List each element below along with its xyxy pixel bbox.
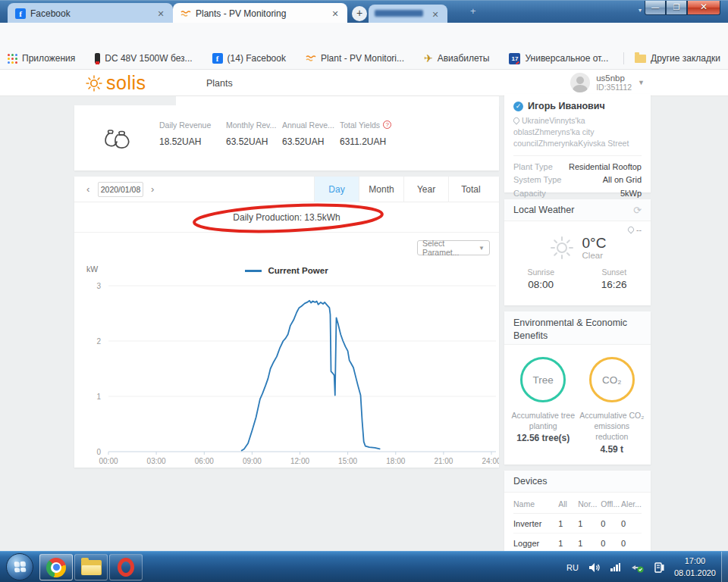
svg-text:2: 2	[96, 337, 101, 346]
stat-label: Daily Revenue	[159, 120, 226, 130]
tab-redacted[interactable]: ✕	[369, 5, 447, 23]
tab-title: Facebook	[30, 8, 150, 19]
window-controls: — ❐ ✕	[645, 1, 720, 15]
bookmark-facebook[interactable]: f (14) Facebook	[212, 53, 286, 64]
help-icon[interactable]: ?	[383, 120, 391, 129]
start-button[interactable]	[6, 553, 33, 580]
brand-name: solis	[106, 72, 146, 94]
volume-icon[interactable]	[588, 562, 601, 573]
col-all: All	[558, 494, 578, 514]
system-type-row: System TypeAll on Grid	[513, 175, 642, 184]
taskbar-chrome-button[interactable]	[39, 554, 73, 580]
owner-name: Игорь Иванович	[528, 101, 605, 111]
bookmark-17track[interactable]: 17 Универсальное от...	[509, 53, 608, 64]
bookmark-label: DC 48V 1500W без...	[105, 53, 192, 64]
airplane-icon: ✈	[424, 52, 433, 64]
stat-value: 18.52UAH	[159, 136, 226, 147]
system-tray: RU	[557, 552, 664, 582]
new-tab-button[interactable]: +	[352, 6, 367, 21]
svg-text:0: 0	[96, 448, 101, 456]
nav-plants[interactable]: Plants	[206, 78, 233, 89]
location-pin-icon	[512, 116, 520, 124]
bookmark-label: Приложения	[22, 53, 75, 64]
stat-monthly-revenue: Monthly Rev... 63.52UAH	[226, 120, 282, 171]
close-tab-icon[interactable]: ✕	[155, 8, 167, 20]
restore-button[interactable]: ❐	[666, 1, 687, 15]
benefits-title: Environmental & Economic Benefits	[504, 311, 651, 345]
weather-current: 0°C Clear	[504, 235, 651, 261]
device-row-logger[interactable]: Logger1100	[513, 534, 642, 552]
tab-plants-active[interactable]: Plants - PV Monitoring ✕	[173, 3, 347, 23]
chevron-down-icon: ▼	[638, 79, 645, 86]
chrome-icon	[46, 558, 66, 577]
bookmark-plant-pv[interactable]: Plant - PV Monitori...	[306, 53, 404, 64]
device-row-inverter[interactable]: Inverter1100	[513, 514, 642, 534]
solis-logo[interactable]: solis	[85, 72, 146, 94]
stat-annual-revenue: Annual Reve... 63.52UAH	[282, 120, 340, 171]
user-menu[interactable]: us5nbp ID:351112 ▼	[570, 73, 645, 92]
devices-title: Devices	[513, 476, 547, 487]
tab-facebook[interactable]: f Facebook ✕	[8, 3, 173, 23]
close-tab-icon[interactable]: ✕	[329, 8, 341, 20]
co2-circle-icon: CO₂	[589, 357, 635, 402]
sunset: Sunset 16:26	[578, 268, 651, 290]
stat-total-yields: Total Yields? 6311.2UAH	[340, 120, 438, 171]
bookmark-label: Авиабилеты	[438, 53, 490, 64]
stat-value: 63.52UAH	[282, 136, 340, 147]
window-titlebar: f Facebook ✕ Plants - PV Monitoring ✕ + …	[0, 0, 728, 23]
sun-icon	[549, 235, 575, 261]
power-supply-icon	[95, 53, 100, 64]
bookmark-dc-power[interactable]: DC 48V 1500W без...	[95, 53, 192, 64]
weather-condition: Clear	[582, 251, 607, 260]
devices-card: Devices Name All Nor... Offl... Aler... …	[504, 471, 651, 551]
scrolled-card-remnant	[176, 96, 499, 105]
close-tab-icon[interactable]: ✕	[429, 8, 441, 20]
svg-text:06:00: 06:00	[195, 457, 214, 465]
benefits-card: Environmental & Economic Benefits Tree A…	[504, 311, 651, 465]
local-weather-card: Local Weather ⟳ -- 0°C Clear Sunrise 08:…	[504, 199, 651, 305]
stat-label: Annual Reve...	[282, 120, 340, 130]
browser-toolbar: ← → ⟳ ⌂ m.ginlong.com /main.html G ★ ABP…	[0, 23, 728, 48]
weather-title: Local Weather	[513, 205, 574, 215]
show-desktop-button[interactable]	[721, 552, 728, 582]
col-alert: Aler...	[621, 494, 642, 514]
bookmark-flights[interactable]: ✈ Авиабилеты	[424, 52, 489, 64]
bookmark-apps[interactable]: Приложения	[8, 53, 75, 64]
taskbar-opera-button[interactable]	[109, 554, 143, 580]
production-chart-card: ‹ 2020/01/08 › Day Month Year Total Dail…	[74, 177, 499, 468]
svg-text:18:00: 18:00	[386, 457, 405, 465]
network-signal-icon[interactable]	[610, 563, 621, 572]
money-bags-icon	[102, 124, 131, 152]
taskbar-explorer-button[interactable]	[74, 554, 108, 580]
temperature: 0°C	[582, 236, 607, 251]
owner-address: UkraineVinnyts'ka oblastZhmeryns'ka city…	[513, 115, 642, 150]
taskbar-clock[interactable]: 17:00 08.01.2020	[674, 555, 716, 580]
folder-icon	[635, 55, 646, 63]
other-bookmarks[interactable]: Другие закладки	[635, 53, 720, 64]
weather-location: --	[504, 221, 651, 234]
svg-text:21:00: 21:00	[434, 457, 453, 465]
minimize-button[interactable]: —	[645, 1, 666, 15]
usb-eject-icon[interactable]	[631, 562, 644, 573]
benefit-value: 12.56 tree(s)	[510, 433, 576, 443]
tree-circle-icon: Tree	[520, 357, 566, 402]
action-center-icon[interactable]	[654, 562, 664, 573]
site-header: solis Plants us5nbp ID:351112 ▼	[0, 70, 728, 96]
plant-owner-card: ✓ Игорь Иванович UkraineVinnyts'ka oblas…	[504, 94, 651, 192]
bookmark-label: Универсальное от...	[525, 53, 608, 64]
new-tab-plus-icon[interactable]: +	[470, 5, 476, 17]
language-indicator[interactable]: RU	[566, 563, 579, 572]
close-button[interactable]: ✕	[687, 1, 720, 15]
windows-logo-icon	[14, 562, 26, 573]
refresh-icon[interactable]: ⟳	[633, 205, 642, 216]
revenue-stats-card: Daily Revenue 18.52UAH Monthly Rev... 63…	[74, 105, 499, 171]
tree-benefit: Tree Accumulative tree planting 12.56 tr…	[510, 357, 576, 455]
power-line-chart[interactable]: 012300:0003:0006:0009:0012:0015:0018:002…	[74, 177, 499, 468]
benefit-value: 4.59 t	[579, 444, 645, 455]
svg-text:3: 3	[96, 282, 101, 290]
svg-text:15:00: 15:00	[338, 457, 357, 465]
redacted-tab-title	[375, 10, 423, 17]
stat-label: Total Yields?	[340, 120, 438, 130]
tab-title: Plants - PV Monitoring	[196, 8, 325, 19]
opera-icon	[118, 558, 134, 577]
